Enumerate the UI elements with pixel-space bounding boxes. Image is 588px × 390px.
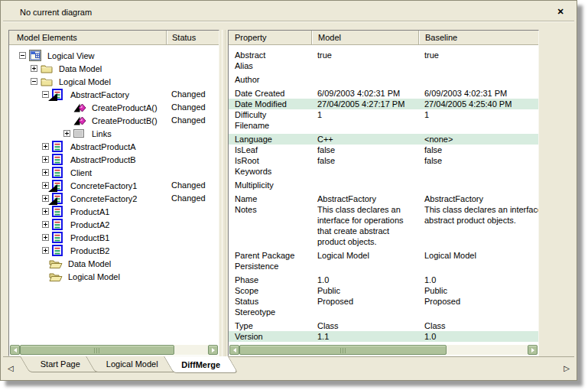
right-panel-header: Property Model Baseline: [229, 31, 538, 45]
property-row-author[interactable]: Author: [229, 74, 538, 85]
scrollbar-track[interactable]: [20, 345, 208, 355]
scroll-left-button[interactable]: [10, 345, 20, 355]
tree-item-concretefactory2[interactable]: ConcreteFactory2Changed: [9, 192, 219, 205]
expand-plus-icon[interactable]: [42, 208, 49, 215]
base-cell: Class: [418, 320, 538, 331]
property-row-persistence[interactable]: Persistence: [229, 261, 538, 271]
tab-scroll-left-icon[interactable]: ◁: [8, 365, 14, 372]
expand-plus-icon[interactable]: [42, 156, 49, 163]
property-row-language[interactable]: LanguageC++<none>: [229, 134, 538, 145]
property-row-type[interactable]: TypeClassClass: [229, 320, 538, 331]
prop-cell: Filename: [229, 120, 311, 131]
close-icon[interactable]: ✕: [554, 7, 567, 17]
property-row-isroot[interactable]: IsRootfalsefalse: [229, 155, 538, 166]
tree-item-productb2[interactable]: ProductB2: [9, 244, 219, 257]
base-cell: [418, 261, 538, 271]
scroll-left-button[interactable]: [229, 345, 239, 355]
model-cell: [311, 180, 418, 190]
scroll-right-arrow-icon: [212, 348, 215, 353]
model-cell: [311, 60, 418, 71]
base-cell: true: [418, 50, 538, 60]
tree-item-logical-model[interactable]: Logical Model: [9, 75, 219, 88]
collapse-minus-icon[interactable]: [19, 52, 26, 59]
tree-item-producta2[interactable]: ProductA2: [9, 218, 219, 231]
scrollbar-track[interactable]: [239, 345, 528, 355]
property-row-phase[interactable]: Phase1.01.0: [229, 275, 538, 285]
prop-cell: Abstract: [229, 50, 311, 60]
status-cell: Changed: [171, 192, 206, 205]
tree-item-abstractproducta[interactable]: AbstractProductA: [9, 140, 219, 153]
property-row-isleaf[interactable]: IsLeaffalsefalse: [229, 145, 538, 155]
property-row-date-modified[interactable]: Date Modified27/04/2005 4:27:17 PM27/04/…: [229, 99, 538, 109]
property-row-status[interactable]: StatusProposedProposed: [229, 296, 538, 307]
window-title: No current diagram: [20, 8, 554, 17]
tree-item-abstractproductb[interactable]: AbstractProductB: [9, 153, 219, 166]
expand-plus-icon[interactable]: [42, 221, 49, 228]
tree-item-label: Links: [89, 129, 112, 138]
links-icon: [73, 128, 89, 140]
property-row-stereotype[interactable]: Stereotype: [229, 307, 538, 317]
scroll-right-button[interactable]: [208, 345, 218, 355]
tree-item-createproducta[interactable]: CreateProductA()Changed: [9, 101, 219, 114]
class-changed-icon: [52, 89, 67, 101]
tab-scroll-right-icon[interactable]: ▷: [564, 365, 570, 372]
base-cell: 1.0: [418, 275, 538, 285]
model-cell: This class declares an interface for ope…: [311, 204, 418, 247]
expand-plus-icon[interactable]: [63, 130, 70, 137]
model-cell: true: [311, 50, 418, 60]
property-row-version[interactable]: Version1.11.0: [229, 331, 538, 342]
property-row-difficulty[interactable]: Difficulty11: [229, 109, 538, 120]
left-panel-header: Model Elements Status: [9, 31, 219, 45]
property-row-multiplicity[interactable]: Multiplicity: [229, 180, 538, 190]
tree-item-data-model[interactable]: Data Model: [9, 257, 219, 270]
prop-cell: Type: [229, 320, 311, 331]
thumb-grip: [94, 348, 100, 353]
tree-item-label: Logical Model: [65, 272, 120, 281]
tab-label: Logical Model: [106, 359, 158, 369]
property-row-parent-package[interactable]: Parent PackageLogical ModelLogical Model: [229, 250, 538, 261]
operation-changed-icon: [73, 115, 89, 127]
expand-plus-icon[interactable]: [42, 143, 49, 150]
panel-splitter[interactable]: [219, 30, 228, 356]
prop-cell: IsLeaf: [229, 145, 311, 155]
model-cell: false: [311, 155, 418, 166]
tree-item-logical-view[interactable]: Logical View: [9, 49, 219, 62]
column-header-baseline: Baseline: [418, 31, 538, 44]
scrollbar-thumb[interactable]: [20, 345, 174, 355]
base-cell: false: [418, 155, 538, 166]
scrollbar-thumb[interactable]: [239, 345, 447, 355]
expand-plus-icon[interactable]: [31, 65, 37, 72]
status-cell: Changed: [171, 114, 206, 127]
tree-item-client[interactable]: Client: [9, 166, 219, 179]
prop-cell: Version: [229, 331, 311, 342]
property-row-name[interactable]: NameAbstractFactoryAbstractFactory: [229, 193, 538, 204]
property-row-notes[interactable]: NotesThis class declares an interface fo…: [229, 204, 538, 247]
collapse-minus-icon[interactable]: [31, 78, 37, 85]
model-cell: Public: [311, 285, 418, 296]
scroll-right-button[interactable]: [528, 345, 538, 355]
tree-item-createproductb[interactable]: CreateProductB()Changed: [9, 114, 219, 127]
expand-plus-icon[interactable]: [42, 234, 49, 241]
property-row-scope[interactable]: ScopePublicPublic: [229, 285, 538, 296]
property-row-filename[interactable]: Filename: [229, 120, 538, 131]
property-row-date-created[interactable]: Date Created6/09/2003 4:02:31 PM6/09/200…: [229, 88, 538, 99]
tab-strip: Start PageLogical ModelDiffMerge: [26, 356, 229, 373]
tree-item-data-model[interactable]: Data Model: [9, 62, 219, 75]
property-row-keywords[interactable]: Keywords: [229, 166, 538, 177]
tree-item-label: AbstractProductB: [67, 155, 136, 164]
tree-item-logical-model[interactable]: Logical Model: [9, 270, 219, 283]
expand-plus-icon[interactable]: [42, 247, 49, 254]
tab-diffmerge[interactable]: DiffMerge: [164, 356, 238, 373]
tree-item-links[interactable]: Links: [9, 127, 219, 140]
prop-cell: Date Modified: [229, 99, 311, 109]
prop-cell: Author: [229, 74, 311, 85]
property-row-abstract[interactable]: Abstracttruetrue: [229, 50, 538, 60]
tree-item-abstractfactory[interactable]: AbstractFactoryChanged: [9, 88, 219, 101]
model-cell: false: [311, 145, 418, 155]
tree-item-producta1[interactable]: ProductA1: [9, 205, 219, 218]
tree-item-concretefactory1[interactable]: ConcreteFactory1Changed: [9, 179, 219, 192]
property-row-alias[interactable]: Alias: [229, 60, 538, 71]
model-cell: [311, 261, 418, 271]
tree-item-productb1[interactable]: ProductB1: [9, 231, 219, 244]
expand-plus-icon[interactable]: [42, 169, 49, 176]
